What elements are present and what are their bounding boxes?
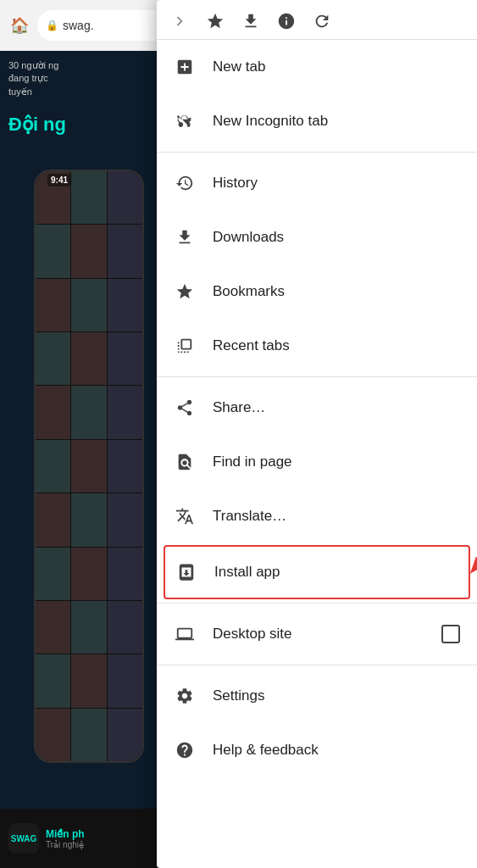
share-label: Share… xyxy=(213,399,460,416)
red-arrow xyxy=(464,556,477,588)
help-feedback-label: Help & feedback xyxy=(213,742,460,759)
phone-mockup xyxy=(34,170,144,763)
star-button[interactable] xyxy=(206,12,225,31)
refresh-button[interactable] xyxy=(313,12,331,31)
help-icon xyxy=(174,739,196,761)
history-label: History xyxy=(213,175,460,192)
menu-item-install-app[interactable]: Install app xyxy=(164,545,470,599)
divider-4 xyxy=(157,665,477,665)
dropdown-menu-list: New tab New Incognito tab History Downlo… xyxy=(157,40,477,868)
bg-heading: Đội ng xyxy=(8,105,66,139)
bookmarks-label: Bookmarks xyxy=(213,283,460,300)
divider-3 xyxy=(157,603,477,604)
menu-item-bookmarks[interactable]: Bookmarks xyxy=(157,264,477,319)
address-text: swag. xyxy=(63,19,94,32)
menu-item-translate[interactable]: Translate… xyxy=(157,489,477,543)
bottom-main: Miền ph xyxy=(46,828,85,840)
swag-logo: SWAG xyxy=(8,823,39,854)
menu-item-desktop-site[interactable]: Desktop site xyxy=(157,607,477,661)
dropdown-toolbar xyxy=(157,0,477,40)
translate-icon xyxy=(174,505,196,527)
new-tab-icon xyxy=(174,56,196,78)
dropdown-menu: New tab New Incognito tab History Downlo… xyxy=(157,0,477,868)
menu-item-incognito[interactable]: New Incognito tab xyxy=(157,94,477,148)
recent-tabs-label: Recent tabs xyxy=(213,337,460,354)
home-button[interactable]: 🏠 xyxy=(7,13,32,38)
menu-item-help-feedback[interactable]: Help & feedback xyxy=(157,723,477,777)
menu-item-find-in-page[interactable]: Find in page xyxy=(157,435,477,489)
bottom-bar: SWAG Miền ph Trải nghiệ xyxy=(0,809,157,868)
desktop-site-label: Desktop site xyxy=(213,626,424,643)
desktop-site-icon xyxy=(174,623,196,645)
info-button[interactable] xyxy=(277,12,296,31)
incognito-icon xyxy=(174,110,196,132)
bottom-text: Miền ph Trải nghiệ xyxy=(46,828,85,849)
divider-2 xyxy=(157,376,477,377)
divider-1 xyxy=(157,152,477,153)
install-app-icon xyxy=(175,561,197,583)
menu-item-recent-tabs[interactable]: Recent tabs xyxy=(157,319,477,373)
forward-button[interactable] xyxy=(170,12,189,31)
translate-label: Translate… xyxy=(213,508,460,525)
downloads-icon xyxy=(174,226,196,248)
history-icon xyxy=(174,172,196,194)
download-button[interactable] xyxy=(241,12,260,31)
find-in-page-label: Find in page xyxy=(213,453,460,470)
menu-item-settings[interactable]: Settings xyxy=(157,669,477,723)
recent-tabs-icon xyxy=(174,335,196,357)
incognito-label: New Incognito tab xyxy=(213,113,460,130)
install-app-label: Install app xyxy=(214,564,458,581)
new-tab-label: New tab xyxy=(213,58,460,75)
share-icon xyxy=(174,397,196,419)
bottom-sub: Trải nghiệ xyxy=(46,840,85,849)
bg-subtitle: 30 người ng đang trực tuyến xyxy=(8,59,58,98)
menu-item-new-tab[interactable]: New tab xyxy=(157,40,477,94)
menu-item-share[interactable]: Share… xyxy=(157,381,477,435)
phone-time: 9:41 xyxy=(47,174,71,186)
menu-item-history[interactable]: History xyxy=(157,156,477,210)
settings-label: Settings xyxy=(213,687,460,704)
phone-screen xyxy=(36,171,142,761)
downloads-label: Downloads xyxy=(213,229,460,246)
settings-icon xyxy=(174,685,196,707)
find-in-page-icon xyxy=(174,451,196,473)
menu-item-downloads[interactable]: Downloads xyxy=(157,210,477,264)
bookmarks-icon xyxy=(174,281,196,303)
desktop-site-checkbox[interactable] xyxy=(441,625,460,643)
lock-icon: 🔒 xyxy=(46,19,58,31)
